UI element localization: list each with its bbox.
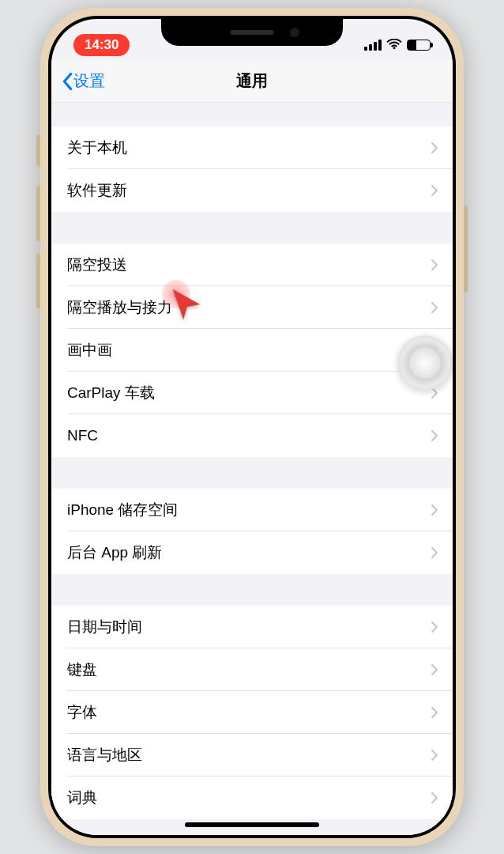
back-button[interactable]: 设置 [61,70,105,92]
row-keyboard[interactable]: 键盘 [51,648,453,691]
row-iphone-storage[interactable]: iPhone 储存空间 [51,489,453,531]
group-connectivity: 隔空投送 隔空播放与接力 画中画 CarPlay 车载 [51,244,453,457]
row-label: CarPlay 车载 [67,383,155,403]
screen: 14:30 设置 通用 [51,19,453,835]
nav-bar: 设置 通用 [51,60,453,103]
speaker-grille [231,30,274,35]
chevron-right-icon [431,259,438,271]
battery-icon [407,40,431,51]
row-about[interactable]: 关于本机 [51,127,453,169]
chevron-right-icon [431,792,438,804]
row-language-region[interactable]: 语言与地区 [51,734,453,777]
row-picture-in-picture[interactable]: 画中画 [51,329,453,372]
row-label: 隔空播放与接力 [67,297,172,318]
chevron-right-icon [431,621,438,633]
row-label: 词典 [67,788,97,808]
row-label: 后台 App 刷新 [67,542,162,563]
wifi-icon [386,38,402,52]
notch [161,19,343,46]
row-label: 日期与时间 [67,617,142,637]
row-date-time[interactable]: 日期与时间 [51,606,453,648]
row-label: 画中画 [67,340,112,361]
chevron-right-icon [431,749,438,761]
row-dictionary[interactable]: 词典 [51,777,453,819]
row-label: 语言与地区 [67,745,142,765]
home-indicator[interactable] [185,822,319,827]
chevron-right-icon [431,504,438,516]
chevron-right-icon [431,706,438,719]
power-button [464,206,468,293]
row-label: 关于本机 [67,138,127,158]
row-label: 键盘 [67,659,97,680]
group-device: 关于本机 软件更新 [51,127,453,212]
row-label: NFC [67,427,98,444]
phone-frame: 14:30 设置 通用 [40,8,464,846]
chevron-right-icon [431,663,438,676]
row-airplay-handoff[interactable]: 隔空播放与接力 [51,286,453,329]
row-label: 字体 [67,702,97,723]
volume-down-button [36,253,40,308]
chevron-right-icon [431,429,438,442]
group-storage: iPhone 储存空间 后台 App 刷新 [51,489,453,574]
cellular-signal-icon [364,40,382,51]
settings-content[interactable]: 关于本机 软件更新 隔空投送 隔空播放与接力 [51,103,453,835]
chevron-left-icon [61,72,73,91]
mute-switch [36,134,40,166]
back-label: 设置 [73,70,105,92]
chevron-right-icon [431,546,438,559]
row-label: iPhone 储存空间 [67,500,178,520]
assistive-touch-button[interactable] [397,335,453,391]
row-label: 隔空投送 [67,255,127,275]
page-title: 通用 [236,70,268,92]
row-software-update[interactable]: 软件更新 [51,169,453,212]
row-background-refresh[interactable]: 后台 App 刷新 [51,531,453,574]
front-camera [290,28,299,37]
volume-up-button [36,186,40,241]
recording-time-pill[interactable]: 14:30 [73,34,130,56]
chevron-right-icon [431,184,438,197]
row-nfc[interactable]: NFC [51,414,453,457]
row-carplay[interactable]: CarPlay 车载 [51,372,453,414]
chevron-right-icon [431,301,438,314]
group-locale: 日期与时间 键盘 字体 语言与地区 [51,606,453,819]
row-label: 软件更新 [67,180,127,201]
row-font[interactable]: 字体 [51,691,453,734]
chevron-right-icon [431,142,438,154]
row-airdrop[interactable]: 隔空投送 [51,244,453,286]
